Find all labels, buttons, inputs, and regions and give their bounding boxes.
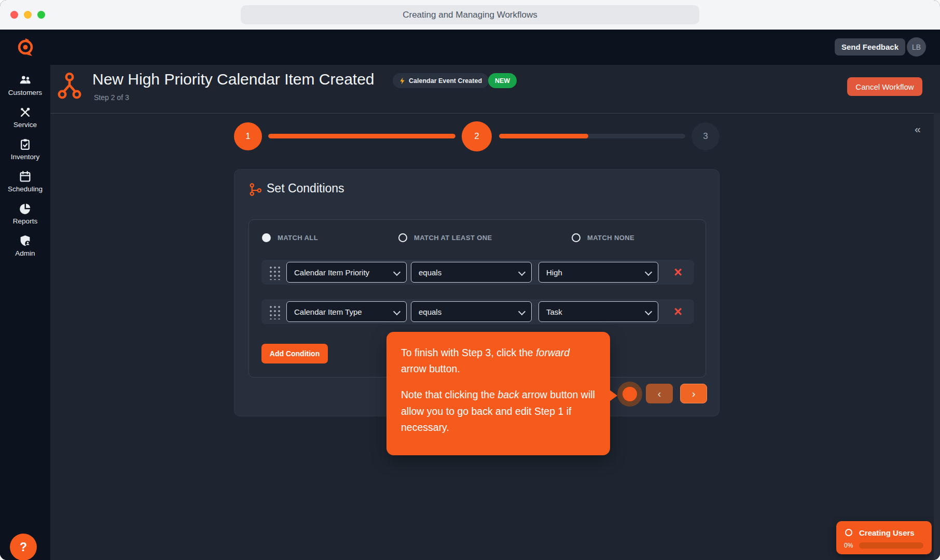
- sidebar-item-label: Reports: [13, 217, 37, 225]
- select-value: Calendar Item Priority: [294, 268, 369, 277]
- stepper-segment-1-fill: [268, 134, 455, 138]
- reports-icon: [19, 202, 32, 215]
- select-value: High: [546, 268, 562, 277]
- guide-tooltip: To finish with Step 3, click the forward…: [386, 332, 610, 455]
- creating-users-widget: Creating Users 0%: [836, 521, 932, 554]
- radio-icon: [398, 233, 407, 242]
- sidebar-item-label: Inventory: [11, 153, 40, 161]
- event-type-badge: Calendar Event Created: [393, 73, 489, 88]
- step-3-circle[interactable]: 3: [692, 122, 720, 150]
- match-at-least-one-radio[interactable]: MATCH AT LEAST ONE: [398, 233, 492, 242]
- pulse-dot: [623, 387, 637, 401]
- window-title: Creating and Managing Workflows: [241, 5, 699, 24]
- forward-arrow-button[interactable]: ›: [680, 384, 707, 403]
- scrollbar-track[interactable]: [934, 113, 940, 560]
- inventory-icon: [19, 138, 32, 151]
- spinner-icon: [845, 529, 852, 536]
- customers-icon: [19, 74, 32, 87]
- match-option-label: MATCH ALL: [278, 234, 318, 242]
- sidebar-item-label: Customers: [8, 89, 42, 96]
- chevron-down-icon: [518, 269, 526, 276]
- app-topbar: [0, 30, 940, 65]
- select-value: Task: [546, 307, 562, 316]
- tooltip-paragraph-2: Note that clicking the back arrow button…: [401, 387, 596, 436]
- match-option-label: MATCH NONE: [587, 234, 634, 242]
- drag-handle-icon[interactable]: [268, 304, 281, 319]
- close-window-icon[interactable]: [10, 11, 18, 19]
- sidebar-item-label: Admin: [15, 249, 35, 257]
- chevron-down-icon: [393, 308, 400, 315]
- remove-condition-button[interactable]: ×: [670, 302, 686, 321]
- header-divider: [50, 113, 940, 114]
- sidebar: Customers Service Inventory: [0, 65, 50, 560]
- page-title: New High Priority Calendar Item Created: [92, 71, 375, 88]
- service-icon: [19, 106, 32, 119]
- admin-icon: [19, 234, 32, 247]
- branch-icon: [248, 183, 262, 197]
- back-arrow-button[interactable]: ‹: [646, 384, 673, 403]
- minimize-window-icon[interactable]: [24, 11, 32, 19]
- condition-field-select[interactable]: Calendar Item Type: [286, 301, 407, 322]
- match-all-radio[interactable]: MATCH ALL: [262, 233, 318, 242]
- chevron-down-icon: [645, 308, 652, 315]
- app-logo-icon: [15, 36, 36, 57]
- macos-titlebar: Creating and Managing Workflows: [0, 0, 940, 30]
- pulse-indicator: [617, 382, 642, 407]
- sidebar-item-customers[interactable]: Customers: [0, 69, 50, 101]
- cancel-workflow-button[interactable]: Cancel Workflow: [847, 77, 922, 96]
- send-feedback-button[interactable]: Send Feedback: [835, 38, 905, 55]
- scheduling-icon: [19, 170, 32, 183]
- chevron-down-icon: [518, 308, 526, 315]
- remove-condition-button[interactable]: ×: [670, 263, 686, 282]
- stepper-segment-2-fill: [499, 134, 588, 138]
- widget-percent: 0%: [844, 542, 853, 549]
- tooltip-paragraph-1: To finish with Step 3, click the forward…: [401, 345, 596, 377]
- stepper-segment-2: [499, 134, 685, 138]
- tooltip-arrow: [610, 390, 617, 401]
- lightning-bolt-icon: [399, 77, 405, 85]
- widget-progress-bar: [859, 542, 923, 549]
- step-1-circle[interactable]: 1: [234, 122, 262, 150]
- workflow-icon: [58, 72, 81, 100]
- zoom-window-icon[interactable]: [37, 11, 45, 19]
- help-button[interactable]: ?: [10, 534, 37, 560]
- stepper-segment-1: [268, 134, 455, 138]
- sidebar-item-reports[interactable]: Reports: [0, 198, 50, 230]
- sidebar-item-label: Scheduling: [8, 185, 43, 193]
- sidebar-item-label: Service: [13, 121, 37, 129]
- condition-row: Calendar Item Priority equals High ×: [261, 260, 694, 285]
- chevron-down-icon: [393, 269, 400, 276]
- sidebar-item-service[interactable]: Service: [0, 101, 50, 133]
- chevron-down-icon: [645, 269, 652, 276]
- user-avatar[interactable]: LB: [907, 37, 926, 57]
- collapse-panel-icon[interactable]: «: [915, 123, 921, 135]
- condition-row: Calendar Item Type equals Task ×: [261, 299, 694, 324]
- sidebar-item-inventory[interactable]: Inventory: [0, 133, 50, 165]
- sidebar-item-admin[interactable]: Admin: [0, 230, 50, 262]
- select-value: Calendar Item Type: [294, 307, 362, 316]
- app-window: Creating and Managing Workflows Send Fee…: [0, 0, 940, 560]
- match-none-radio[interactable]: MATCH NONE: [572, 233, 634, 242]
- step-indicator: Step 2 of 3: [94, 93, 129, 102]
- match-option-label: MATCH AT LEAST ONE: [414, 234, 492, 242]
- condition-operator-select[interactable]: equals: [411, 262, 532, 283]
- new-badge: NEW: [488, 73, 517, 88]
- condition-field-select[interactable]: Calendar Item Priority: [286, 262, 407, 283]
- condition-value-select[interactable]: Task: [538, 301, 658, 322]
- select-value: equals: [419, 307, 441, 316]
- card-title: Set Conditions: [267, 181, 344, 195]
- select-value: equals: [419, 268, 441, 277]
- radio-icon: [262, 233, 271, 242]
- sidebar-item-scheduling[interactable]: Scheduling: [0, 165, 50, 198]
- widget-title: Creating Users: [859, 528, 915, 537]
- drag-handle-icon[interactable]: [268, 264, 281, 280]
- event-badge-label: Calendar Event Created: [409, 77, 482, 85]
- radio-icon: [572, 233, 580, 242]
- condition-value-select[interactable]: High: [538, 262, 658, 283]
- condition-operator-select[interactable]: equals: [411, 301, 532, 322]
- add-condition-button[interactable]: Add Condition: [261, 344, 328, 363]
- step-2-circle[interactable]: 2: [462, 121, 492, 151]
